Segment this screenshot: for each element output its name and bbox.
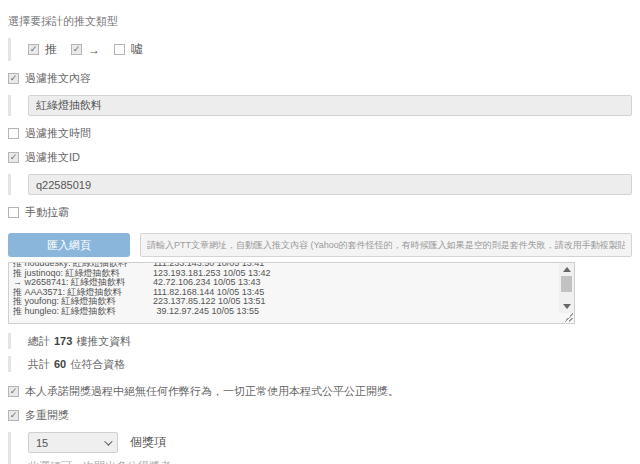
lottery-page: 選擇要採計的推文類型 ✓ 推 ✓ → ✓ 噓 ✓ 過濾推文內容 ✓ 過濾推文時間… [0,0,640,464]
prize-count-row: 15 個獎項 [28,432,632,453]
comment-text: 推 houduesky: 紅綠燈抽飲料 [13,262,153,269]
push-type-option-boo[interactable]: ✓ 噓 [114,41,143,58]
import-row: 匯入網頁 [8,233,632,257]
manual-slot-checkbox[interactable]: ✓ [8,207,19,218]
comment-row: 推 houduesky: 紅綠燈抽飲料 111.233.143.50 10/05… [13,262,572,269]
arrow-checkbox-label: → [88,43,100,57]
content-filter-label: 過濾推文內容 [25,71,91,86]
comment-row: 推 youfong: 紅綠燈抽飲料 223.137.85.122 10/05 1… [13,297,572,307]
content-filter-group [8,95,632,116]
id-filter-checkbox[interactable]: ✓ [8,152,19,163]
push-type-option-arrow[interactable]: ✓ → [71,43,100,57]
comment-row: 推 hungleo: 紅綠燈抽飲料 39.12.97.245 10/05 13:… [13,307,572,317]
total-suffix: 樓推文資料 [76,334,131,349]
comment-text: 推 hungleo: 紅綠燈抽飲料 [13,307,153,317]
boo-checkbox[interactable]: ✓ [114,44,125,55]
comment-text: 推 AAA3571: 紅綠燈抽飲料 [13,288,153,298]
comments-content: 推 houduesky: 紅綠燈抽飲料 111.233.143.50 10/05… [9,262,574,317]
comment-text: 推 youfong: 紅綠燈抽飲料 [13,297,153,307]
multi-draw-row: ✓ 多重開獎 [8,408,632,423]
time-filter-checkbox[interactable]: ✓ [8,128,19,139]
total-prefix: 總計 [28,334,50,349]
manual-slot-row: ✓ 手動拉霸 [8,205,632,220]
id-filter-input[interactable] [28,174,632,195]
comment-row: 推 justinoqo: 紅綠燈抽飲料 123.193.181.253 10/0… [13,269,572,279]
agreement-checkbox[interactable]: ✓ [8,386,19,397]
comment-meta: 39.12.97.245 10/05 13:55 [153,307,259,317]
multi-draw-label: 多重開獎 [25,408,69,423]
push-type-section-label: 選擇要採計的推文類型 [8,14,632,29]
vertical-scrollbar[interactable] [559,263,574,313]
agreement-label: 本人承諾開獎過程中絕無任何作弊行為，一切正常使用本程式公平公正開獎。 [25,384,399,399]
comment-text: → w2658741: 紅綠燈抽飲料 [13,278,153,288]
prize-count-select[interactable]: 15 [28,432,118,453]
time-filter-label: 過濾推文時間 [25,126,91,141]
prize-count-value: 15 [36,437,48,449]
push-checkbox[interactable]: ✓ [28,44,39,55]
total-comments-stat: 總計 173 樓推文資料 [8,333,632,349]
id-filter-group [8,174,632,195]
qualified-prefix: 共計 [28,357,50,372]
push-type-option-push[interactable]: ✓ 推 [28,41,57,58]
push-type-group: ✓ 推 ✓ → ✓ 噓 [8,38,632,61]
push-checkbox-label: 推 [45,41,57,58]
content-filter-row: ✓ 過濾推文內容 [8,71,632,86]
qualified-value: 60 [54,358,66,370]
manual-slot-label: 手動拉霸 [25,205,69,220]
scroll-up-icon[interactable] [563,267,571,272]
comments-textarea[interactable]: 推 houduesky: 紅綠燈抽飲料 111.233.143.50 10/05… [8,262,575,324]
scrollbar-thumb[interactable] [561,276,572,292]
id-filter-row: ✓ 過濾推文ID [8,150,632,165]
import-webpage-button[interactable]: 匯入網頁 [8,233,130,257]
scroll-down-icon[interactable] [563,304,571,309]
qualified-suffix: 位符合資格 [70,357,125,372]
push-type-options: ✓ 推 ✓ → ✓ 噓 [28,38,632,61]
id-filter-label: 過濾推文ID [25,150,80,165]
comment-row: → w2658741: 紅綠燈抽飲料 42.72.106.234 10/05 1… [13,278,572,288]
resize-grip-icon[interactable] [563,312,573,322]
qualified-stat: 共計 60 位符合資格 [8,356,632,372]
ptt-url-input[interactable] [140,233,632,257]
comment-text: 推 justinoqo: 紅綠燈抽飲料 [13,269,153,279]
total-value: 173 [54,335,72,347]
comment-row: 推 AAA3571: 紅綠燈抽飲料 111.82.168.144 10/05 1… [13,288,572,298]
boo-checkbox-label: 噓 [131,41,143,58]
content-filter-input[interactable] [28,95,632,116]
time-filter-row: ✓ 過濾推文時間 [8,126,632,141]
arrow-checkbox[interactable]: ✓ [71,44,82,55]
multi-draw-checkbox[interactable]: ✓ [8,410,19,421]
multi-draw-help: 此選項可一次開出多位得獎者 [28,459,632,464]
prize-count-suffix: 個獎項 [130,434,166,451]
content-filter-checkbox[interactable]: ✓ [8,73,19,84]
agreement-row: ✓ 本人承諾開獎過程中絕無任何作弊行為，一切正常使用本程式公平公正開獎。 [8,384,632,399]
chevron-down-icon [104,437,112,445]
multi-draw-group: 15 個獎項 此選項可一次開出多位得獎者 [8,432,632,464]
